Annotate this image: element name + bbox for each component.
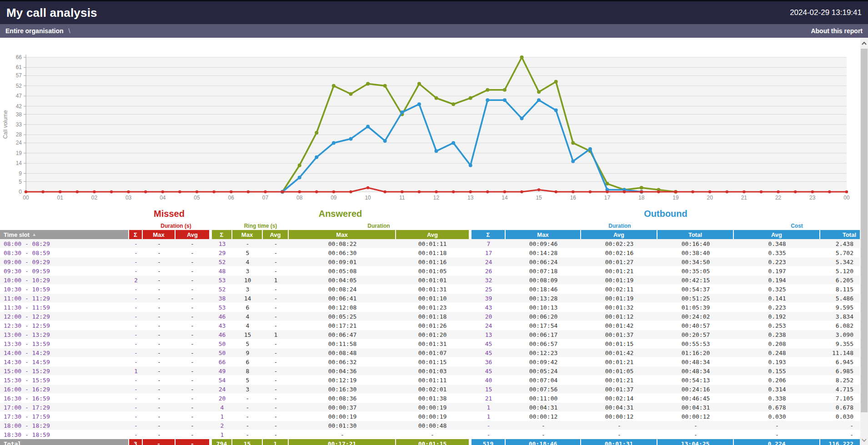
outbound-cell: 13 xyxy=(472,330,506,339)
outbound-data-point xyxy=(588,147,592,151)
answered-cell: 00:06:32 xyxy=(289,357,396,366)
answered-data-point xyxy=(503,88,507,92)
outbound-column-header-avg[interactable]: Avg xyxy=(581,230,657,239)
about-this-report-link[interactable]: About this report xyxy=(811,27,863,35)
missed-data-point xyxy=(469,190,472,193)
answered-cell: 20 xyxy=(212,394,232,403)
missed-data-point xyxy=(401,190,403,193)
outbound-cell: 0.197 xyxy=(734,266,820,275)
missed-data-point xyxy=(212,190,215,193)
outbound-cell: 0.314 xyxy=(734,385,820,394)
call-volume-line-chart: 0591419242833384247525761660001020304050… xyxy=(0,38,860,205)
outbound-cell: 1 xyxy=(472,403,506,412)
outbound-cell: 3.834 xyxy=(820,312,860,321)
missed-cell: - xyxy=(176,385,209,394)
outbound-cell: 00:08:09 xyxy=(506,275,581,285)
missed-column-header-avg[interactable]: Avg xyxy=(176,230,209,239)
answered-column-header-avg[interactable]: Avg xyxy=(396,230,469,239)
outbound-cell: 00:10:13 xyxy=(506,303,581,312)
answered-cell: - xyxy=(232,403,263,412)
missed-data-point xyxy=(606,190,608,193)
outbound-cell: 0.208 xyxy=(734,339,820,348)
missed-column-header-max[interactable]: Max xyxy=(143,230,176,239)
time-slot-cell: 08:30 - 08:59 xyxy=(0,248,129,257)
outbound-cell: 15 xyxy=(472,385,506,394)
scrollbar-thumb[interactable] xyxy=(861,49,868,412)
answered-total-cell: 1 xyxy=(263,439,289,445)
outbound-column-header-max[interactable]: Max xyxy=(506,230,581,239)
missed-duration-group-label: Duration (s) xyxy=(143,223,209,229)
answered-cell: - xyxy=(263,239,289,248)
missed-cell: - xyxy=(176,303,209,312)
outbound-column-header-total[interactable]: Total xyxy=(820,230,860,239)
answered-cell: 4 xyxy=(212,403,232,412)
page-title: My call analysis xyxy=(6,6,97,20)
x-axis-tick-label: 15 xyxy=(536,195,542,201)
vertical-scrollbar[interactable] xyxy=(860,38,868,445)
outbound-column-header-total[interactable]: Total xyxy=(657,230,734,239)
x-axis-tick-label: 17 xyxy=(604,195,611,201)
answered-total-cell: 794 xyxy=(212,439,232,445)
outbound-cell: 6.985 xyxy=(820,366,860,375)
answered-cell: 46 xyxy=(212,330,232,339)
answered-column-header-avg[interactable]: Avg xyxy=(263,230,289,239)
time-slot-cell: 15:00 - 15:29 xyxy=(0,366,129,375)
outbound-cell: 00:01:21 xyxy=(581,266,657,275)
missed-cell: - xyxy=(176,375,209,385)
outbound-cell: 00:16:40 xyxy=(657,239,734,248)
outbound-cell: 0.678 xyxy=(820,403,860,412)
breadcrumb-scope[interactable]: Entire organisation xyxy=(5,27,64,35)
outbound-data-point xyxy=(400,110,404,114)
missed-data-point xyxy=(743,190,745,193)
missed-data-point xyxy=(93,190,95,193)
outbound-column-header-σ[interactable]: Σ xyxy=(472,230,506,239)
missed-data-point xyxy=(537,188,540,191)
outbound-cell: - xyxy=(734,430,820,439)
answered-cell: 4 xyxy=(232,321,263,330)
answered-column-header-max[interactable]: Max xyxy=(232,230,263,239)
outbound-cell: 26 xyxy=(472,266,506,275)
answered-column-header-σ[interactable]: Σ xyxy=(212,230,232,239)
answered-cell: - xyxy=(263,394,289,403)
outbound-cell: 01:05:39 xyxy=(657,303,734,312)
answered-cell: 1 xyxy=(212,430,232,439)
scroll-up-button[interactable] xyxy=(860,40,868,47)
outbound-cell: - xyxy=(506,430,581,439)
missed-data-point xyxy=(144,190,147,193)
outbound-cell: - xyxy=(657,430,734,439)
answered-cell: 00:01:31 xyxy=(396,285,469,294)
table-row: 09:30 - 09:59---483-00:05:0800:01:052600… xyxy=(0,266,860,275)
outbound-cell: 00:02:23 xyxy=(581,239,657,248)
outbound-cell: 00:38:40 xyxy=(657,248,734,257)
answered-cell: 00:01:11 xyxy=(396,239,469,248)
missed-cell: - xyxy=(143,239,176,248)
outbound-data-point xyxy=(298,176,301,180)
time-slot-cell: 11:30 - 11:59 xyxy=(0,303,129,312)
missed-column-header-σ[interactable]: Σ xyxy=(129,230,143,239)
answered-ringtime-group-label: Ring time (s) xyxy=(232,223,289,229)
answered-cell: 00:01:20 xyxy=(396,330,469,339)
outbound-cell: 7.105 xyxy=(820,394,860,403)
answered-cell: 50 xyxy=(212,348,232,357)
time-slot-column-header[interactable]: Time slot▲ xyxy=(0,230,129,239)
totals-label-cell: Total xyxy=(0,439,129,445)
scroll-down-button[interactable] xyxy=(860,436,868,444)
column-headers-row: Time slot▲ΣMaxAvgΣMaxAvgMaxAvgΣMaxAvgTot… xyxy=(0,230,860,239)
x-axis-tick-label: 03 xyxy=(125,195,132,201)
missed-data-point xyxy=(623,190,626,193)
answered-column-header-max[interactable]: Max xyxy=(289,230,396,239)
table-row: 12:00 - 12:29---464-00:05:2500:01:182000… xyxy=(0,312,860,321)
outbound-column-header-avg[interactable]: Avg xyxy=(734,230,820,239)
answered-cell: - xyxy=(263,366,289,375)
answered-data-point xyxy=(537,90,541,94)
outbound-cell: - xyxy=(472,421,506,430)
answered-cell: 5 xyxy=(232,248,263,257)
outbound-cell: 43 xyxy=(472,303,506,312)
missed-cell: - xyxy=(176,312,209,321)
table-row: 16:00 - 16:29---243-00:16:3000:02:011500… xyxy=(0,385,860,394)
outbound-cell: 2.438 xyxy=(820,239,860,248)
answered-cell: 2 xyxy=(212,421,232,430)
outbound-cell: 1 xyxy=(472,412,506,421)
answered-cell: 4 xyxy=(232,312,263,321)
missed-cell: - xyxy=(176,248,209,257)
